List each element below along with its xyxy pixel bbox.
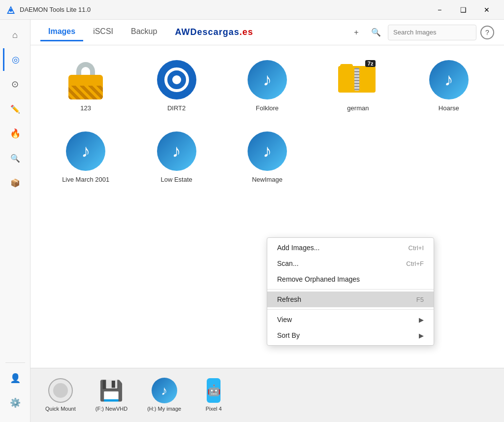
dirt2-icon <box>157 60 196 99</box>
quick-mount-icon <box>48 378 73 403</box>
menu-item-label: View <box>277 316 292 324</box>
close-button[interactable]: ✕ <box>475 2 498 18</box>
menu-shortcut: Ctrl+F <box>406 260 424 267</box>
hoarse-icon: ♪ <box>429 60 469 99</box>
bottom-label: (H:) My image <box>147 405 181 412</box>
image-label: Live March 2001 <box>62 176 109 183</box>
tab-actions: + 🔍 ? <box>348 25 494 40</box>
music-note-icon: ♪ <box>444 69 453 90</box>
lowestate-icon: ♪ <box>157 131 196 171</box>
minimize-button[interactable]: − <box>428 2 451 18</box>
bottom-label: Pixel 4 <box>206 405 222 412</box>
pixel4-icon: 🤖 <box>201 378 226 403</box>
dirt2-target <box>164 67 189 92</box>
sidebar-item-settings[interactable]: ⚙️ <box>4 391 27 414</box>
livemarch-icon: ♪ <box>66 131 105 171</box>
sidebar-divider <box>5 362 25 363</box>
tab-iscsi[interactable]: iSCSI <box>85 23 121 41</box>
titlebar-controls: − ❑ ✕ <box>428 2 498 18</box>
maximize-button[interactable]: ❑ <box>452 2 474 18</box>
sidebar-item-edit[interactable]: ✏️ <box>4 97 27 120</box>
music-note-icon: ♪ <box>263 69 272 90</box>
folder-7z-icon: 7z <box>338 60 378 99</box>
app-title: DAEMON Tools Lite 11.0 <box>20 6 91 13</box>
menu-item-label: Refresh <box>277 295 301 303</box>
main-content: Images iSCSI Backup AWDescargas.es + 🔍 ? <box>31 20 504 422</box>
help-button[interactable]: ? <box>480 26 494 39</box>
sidebar-item-burn[interactable]: 🔥 <box>4 122 27 145</box>
quick-mount-circle <box>48 378 73 403</box>
sidebar-item-disc[interactable]: ◎ <box>3 48 27 71</box>
search-toggle-button[interactable]: 🔍 <box>368 25 384 40</box>
list-item[interactable]: ♪ Live March 2001 <box>45 127 126 188</box>
submenu-arrow-icon: ▶ <box>419 316 424 324</box>
sidebar-item-search[interactable]: 🔍 <box>4 147 27 169</box>
list-item[interactable]: DIRT2 <box>136 55 217 117</box>
add-image-button[interactable]: + <box>348 25 364 40</box>
list-item[interactable]: ♪ Hoarse <box>409 55 489 117</box>
music-note-icon: ♪ <box>172 141 181 162</box>
brand-logo: AWDescargas.es <box>175 27 253 37</box>
menu-shortcut: Ctrl+I <box>409 244 424 252</box>
music-note-icon: ♪ <box>161 383 167 398</box>
menu-item-label: Scan... <box>277 260 299 267</box>
svg-point-2 <box>9 9 12 12</box>
image-label: Folklore <box>256 104 279 112</box>
bottom-bar: Quick Mount 💾 (F:) NewVHD ♪ (H:) My imag… <box>31 368 504 422</box>
app-container: ⌂ ◎ ⊙ ✏️ 🔥 🔍 📦 👤 ⚙️ Images iSCSI Backup … <box>0 20 504 422</box>
image-label: Low Estate <box>160 176 192 183</box>
sidebar-item-disc2[interactable]: ⊙ <box>4 73 27 96</box>
menu-separator <box>267 289 434 290</box>
titlebar: DAEMON Tools Lite 11.0 − ❑ ✕ <box>0 0 504 20</box>
menu-item-label: Sort By <box>277 331 300 339</box>
menu-item-sort-by[interactable]: Sort By ▶ <box>267 327 434 343</box>
music-note-icon: ♪ <box>81 141 90 162</box>
sidebar: ⌂ ◎ ⊙ ✏️ 🔥 🔍 📦 👤 ⚙️ <box>0 20 31 422</box>
image-label: NewImage <box>252 176 283 183</box>
submenu-arrow-icon: ▶ <box>419 332 424 339</box>
myimage-icon: ♪ <box>152 378 177 403</box>
pixel4-rect: 🤖 <box>207 378 220 403</box>
tabbar: Images iSCSI Backup AWDescargas.es + 🔍 ? <box>31 20 504 45</box>
folklore-icon: ♪ <box>248 60 287 99</box>
newimage-icon: ♪ <box>248 131 287 171</box>
context-menu: Add Images... Ctrl+I Scan... Ctrl+F Remo… <box>267 237 434 346</box>
sidebar-item-home[interactable]: ⌂ <box>4 24 27 46</box>
bottom-item-myimage[interactable]: ♪ (H:) My image <box>142 375 186 415</box>
menu-item-remove-orphaned[interactable]: Remove Orphaned Images <box>267 271 434 287</box>
menu-item-add-images[interactable]: Add Images... Ctrl+I <box>267 240 434 256</box>
image-label: 123 <box>80 104 91 112</box>
sidebar-item-user[interactable]: 👤 <box>4 367 27 390</box>
lock-icon <box>66 60 105 99</box>
bottom-item-quick-mount[interactable]: Quick Mount <box>40 375 81 415</box>
menu-separator <box>267 309 434 310</box>
quick-mount-inner <box>53 383 68 398</box>
menu-item-scan[interactable]: Scan... Ctrl+F <box>267 256 434 271</box>
image-label: DIRT2 <box>167 104 186 112</box>
menu-item-label: Remove Orphaned Images <box>277 275 360 283</box>
list-item[interactable]: ♪ Folklore <box>227 55 308 117</box>
image-label: german <box>347 104 369 112</box>
vhd-icon: 💾 <box>98 378 124 403</box>
list-item[interactable]: ♪ Low Estate <box>136 127 217 188</box>
android-icon: 🤖 <box>207 384 220 397</box>
menu-item-label: Add Images... <box>277 244 319 252</box>
titlebar-left: DAEMON Tools Lite 11.0 <box>6 5 91 15</box>
bottom-item-newvhd[interactable]: 💾 (F:) NewVHD <box>91 375 132 415</box>
image-label: Hoarse <box>439 104 459 112</box>
list-item[interactable]: ♪ NewImage <box>227 127 308 188</box>
bottom-label: Quick Mount <box>45 405 76 412</box>
sidebar-item-usb[interactable]: 📦 <box>4 171 27 194</box>
music-note-icon: ♪ <box>263 141 272 162</box>
menu-item-refresh[interactable]: Refresh F5 <box>267 292 434 307</box>
tab-images[interactable]: Images <box>40 23 83 41</box>
bottom-label: (F:) NewVHD <box>95 405 127 412</box>
list-item[interactable]: 7z german <box>317 55 398 117</box>
list-item[interactable]: 123 <box>45 55 126 117</box>
menu-item-view[interactable]: View ▶ <box>267 312 434 327</box>
dirt2-inner <box>172 75 181 84</box>
menu-shortcut: F5 <box>416 296 424 303</box>
search-input[interactable] <box>388 25 476 40</box>
tab-backup[interactable]: Backup <box>123 23 165 41</box>
bottom-item-pixel4[interactable]: 🤖 Pixel 4 <box>196 375 231 415</box>
